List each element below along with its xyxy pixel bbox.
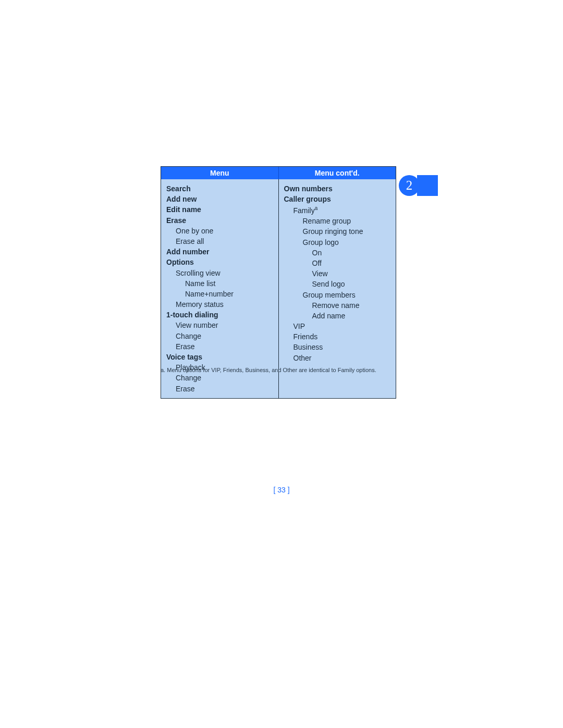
item-vip: VIP <box>284 321 391 331</box>
item-scrolling-view: Scrolling view <box>166 268 273 278</box>
item-vt-erase: Erase <box>166 384 273 394</box>
table-body: Search Add new Edit name Erase One by on… <box>161 179 396 398</box>
footnote-marker-a: a <box>315 205 318 211</box>
item-business: Business <box>284 342 391 352</box>
chapter-number: 2 <box>406 178 413 193</box>
item-name-number: Name+number <box>166 289 273 299</box>
item-group-members: Group members <box>284 290 391 300</box>
item-add-number: Add number <box>166 246 273 257</box>
page: 2 Menu Menu cont'd. Search Add new Edit … <box>0 0 563 728</box>
table-header: Menu Menu cont'd. <box>161 167 396 179</box>
item-search: Search <box>166 183 273 194</box>
item-gm-remove: Remove name <box>284 300 391 311</box>
item-name-list: Name list <box>166 278 273 289</box>
footnote-text: Menu options for VIP, Friends, Business,… <box>167 367 376 373</box>
chapter-tab-strip <box>417 175 438 196</box>
item-gm-add: Add name <box>284 311 391 321</box>
item-caller-groups: Caller groups <box>284 194 391 204</box>
item-rename-group: Rename group <box>284 216 391 226</box>
item-erase: Erase <box>166 215 273 226</box>
footnote: a. Menu options for VIP, Friends, Busine… <box>161 367 395 373</box>
menu-right-cell: Own numbers Caller groups Familya Rename… <box>279 179 396 398</box>
col-header-menu: Menu <box>161 167 279 179</box>
item-add-new: Add new <box>166 194 273 204</box>
item-erase-one: One by one <box>166 226 273 236</box>
footnote-marker: a. <box>161 367 165 373</box>
item-gl-send: Send logo <box>284 279 391 289</box>
item-friends: Friends <box>284 331 391 342</box>
item-one-touch: 1-touch dialing <box>166 310 273 320</box>
item-erase-all: Erase all <box>166 236 273 246</box>
item-family-label: Family <box>293 206 315 215</box>
item-ot-erase: Erase <box>166 341 273 352</box>
item-other: Other <box>284 353 391 363</box>
item-memory-status: Memory status <box>166 299 273 310</box>
item-voice-tags: Voice tags <box>166 352 273 362</box>
item-family: Familya <box>284 204 391 216</box>
menu-table: Menu Menu cont'd. Search Add new Edit na… <box>161 166 396 399</box>
item-gl-on: On <box>284 248 391 258</box>
menu-left-cell: Search Add new Edit name Erase One by on… <box>161 179 279 398</box>
item-own-numbers: Own numbers <box>284 183 391 194</box>
item-ringing-tone: Group ringing tone <box>284 226 391 237</box>
col-header-menu-contd: Menu cont'd. <box>279 167 396 179</box>
item-group-logo: Group logo <box>284 237 391 248</box>
item-edit-name: Edit name <box>166 204 273 215</box>
item-gl-off: Off <box>284 258 391 268</box>
page-number: [ 33 ] <box>0 486 563 494</box>
chapter-badge: 2 <box>399 175 420 196</box>
item-ot-view-number: View number <box>166 320 273 330</box>
item-ot-change: Change <box>166 331 273 341</box>
item-options: Options <box>166 257 273 267</box>
item-vt-change: Change <box>166 373 273 383</box>
item-gl-view: View <box>284 268 391 279</box>
